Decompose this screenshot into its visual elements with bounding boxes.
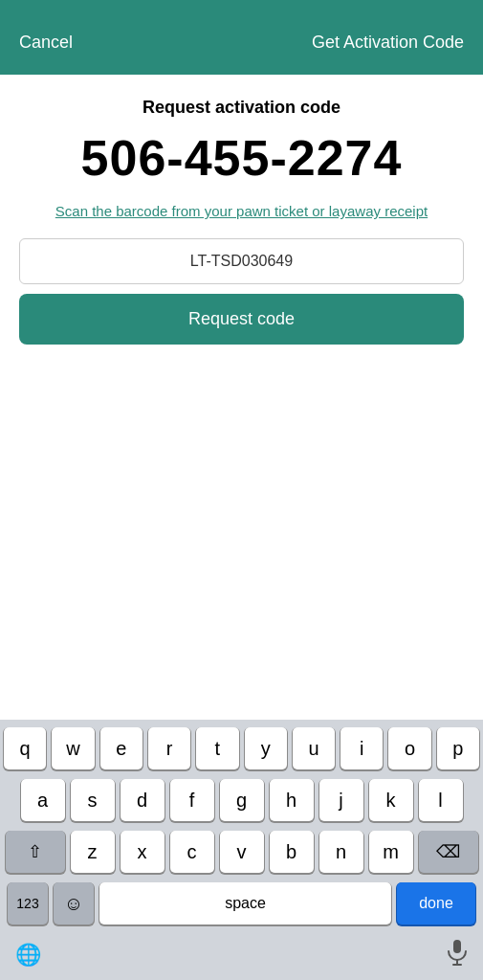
key-b[interactable]: b bbox=[270, 831, 314, 873]
key-h[interactable]: h bbox=[270, 779, 314, 821]
shift-key[interactable]: ⇧ bbox=[6, 831, 65, 873]
keyboard-bottom-row: 123 ☺ space done bbox=[4, 882, 479, 930]
key-g[interactable]: g bbox=[220, 779, 264, 821]
scan-barcode-link[interactable]: Scan the barcode from your pawn ticket o… bbox=[55, 201, 428, 221]
keyboard-rows: q w e r t y u i o p a s d f g h j k l ⇧ … bbox=[0, 720, 483, 934]
key-u[interactable]: u bbox=[293, 727, 335, 769]
key-c[interactable]: c bbox=[170, 831, 214, 873]
keyboard-row-1: q w e r t y u i o p bbox=[4, 727, 479, 769]
key-a[interactable]: a bbox=[21, 779, 65, 821]
main-content: Request activation code 506-455-2274 Sca… bbox=[0, 75, 483, 360]
key-l[interactable]: l bbox=[419, 779, 463, 821]
key-r[interactable]: r bbox=[148, 727, 190, 769]
space-key[interactable]: space bbox=[99, 882, 391, 924]
done-key[interactable]: done bbox=[397, 882, 475, 924]
key-d[interactable]: d bbox=[121, 779, 165, 821]
key-v[interactable]: v bbox=[220, 831, 264, 873]
header-title: Get Activation Code bbox=[312, 33, 464, 53]
key-m[interactable]: m bbox=[369, 831, 413, 873]
key-f[interactable]: f bbox=[170, 779, 214, 821]
emoji-key[interactable]: ☺ bbox=[54, 882, 94, 924]
delete-key[interactable]: ⌫ bbox=[419, 831, 478, 873]
key-q[interactable]: q bbox=[4, 727, 46, 769]
key-z[interactable]: z bbox=[71, 831, 115, 873]
cancel-button[interactable]: Cancel bbox=[19, 33, 73, 53]
key-w[interactable]: w bbox=[52, 727, 94, 769]
key-s[interactable]: s bbox=[71, 779, 115, 821]
key-n[interactable]: n bbox=[319, 831, 363, 873]
keyboard-footer: 🌐 bbox=[0, 934, 483, 980]
request-code-button[interactable]: Request code bbox=[19, 294, 464, 345]
key-k[interactable]: k bbox=[369, 779, 413, 821]
key-o[interactable]: o bbox=[388, 727, 430, 769]
microphone-icon[interactable] bbox=[447, 939, 468, 971]
key-x[interactable]: x bbox=[121, 831, 165, 873]
globe-icon[interactable]: 🌐 bbox=[15, 943, 41, 968]
key-123[interactable]: 123 bbox=[8, 882, 48, 924]
phone-number-display: 506-455-2274 bbox=[81, 131, 403, 186]
key-i[interactable]: i bbox=[340, 727, 383, 769]
keyboard-row-2: a s d f g h j k l bbox=[4, 779, 479, 821]
key-t[interactable]: t bbox=[196, 727, 238, 769]
svg-rect-0 bbox=[453, 940, 461, 953]
ticket-input[interactable] bbox=[19, 238, 464, 284]
key-p[interactable]: p bbox=[437, 727, 479, 769]
key-y[interactable]: y bbox=[245, 727, 287, 769]
key-j[interactable]: j bbox=[319, 779, 363, 821]
section-title: Request activation code bbox=[143, 98, 340, 118]
keyboard: q w e r t y u i o p a s d f g h j k l ⇧ … bbox=[0, 720, 483, 980]
keyboard-row-3: ⇧ z x c v b n m ⌫ bbox=[4, 831, 479, 873]
key-e[interactable]: e bbox=[100, 727, 143, 769]
app-header: Cancel Get Activation Code bbox=[0, 0, 483, 75]
